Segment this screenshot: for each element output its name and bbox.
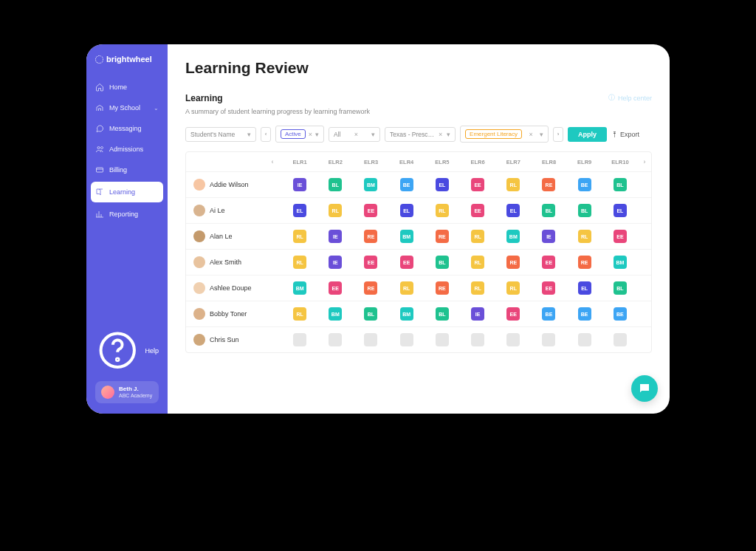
level-cell[interactable]: BL	[353, 301, 388, 326]
scroll-right[interactable]: ›	[638, 158, 651, 165]
level-cell[interactable]	[425, 327, 460, 352]
export-button[interactable]: ⭱ Export	[611, 131, 639, 138]
filter-next[interactable]: ›	[553, 127, 563, 142]
level-cell[interactable]: BM	[602, 250, 638, 275]
level-cell[interactable]: EE	[531, 250, 566, 275]
nav-admissions[interactable]: Admissions	[86, 139, 168, 160]
level-cell[interactable]: EE	[602, 224, 638, 249]
filter-prev[interactable]: ‹	[261, 127, 271, 142]
level-cell[interactable]	[389, 327, 425, 352]
column-header[interactable]: ELR1	[282, 153, 317, 171]
level-cell[interactable]: EE	[353, 198, 388, 223]
level-cell[interactable]: IE	[460, 301, 495, 326]
level-cell[interactable]: RL	[495, 172, 531, 197]
nav-reporting[interactable]: Reporting	[86, 204, 168, 225]
level-cell[interactable]: IE	[317, 250, 353, 275]
level-cell[interactable]: BL	[531, 198, 566, 223]
level-cell[interactable]: BE	[567, 172, 602, 197]
filter-framework[interactable]: Texas - Presc… × ▾	[385, 127, 456, 142]
column-header[interactable]: ELR8	[531, 153, 566, 171]
level-cell[interactable]: BL	[602, 172, 638, 197]
level-cell[interactable]: RL	[460, 224, 495, 249]
level-cell[interactable]: BM	[353, 172, 388, 197]
nav-help[interactable]: Help	[95, 328, 159, 374]
level-cell[interactable]: RL	[567, 224, 602, 249]
clear-icon[interactable]: ×	[439, 131, 442, 138]
student-cell[interactable]: Bobby Toner	[186, 302, 282, 326]
level-cell[interactable]: EL	[567, 276, 602, 301]
student-cell[interactable]: Alan Le	[186, 225, 282, 248]
help-center-link[interactable]: ⓘ Help center	[608, 93, 652, 103]
level-cell[interactable]: EL	[282, 198, 317, 223]
level-cell[interactable]: BL	[317, 172, 353, 197]
level-cell[interactable]: RE	[353, 224, 388, 249]
clear-icon[interactable]: ×	[354, 131, 358, 138]
level-cell[interactable]: RE	[425, 224, 460, 249]
level-cell[interactable]: EL	[602, 198, 638, 223]
level-cell[interactable]: EE	[460, 172, 495, 197]
level-cell[interactable]: EL	[425, 172, 460, 197]
column-header[interactable]: ELR6	[460, 153, 495, 171]
filter-domain[interactable]: Emergent Literacy × ▾	[460, 126, 549, 143]
level-cell[interactable]: BL	[425, 250, 460, 275]
level-cell[interactable]: IE	[317, 224, 353, 249]
level-cell[interactable]: EE	[460, 198, 495, 223]
level-cell[interactable]: RE	[425, 276, 460, 301]
level-cell[interactable]	[602, 327, 638, 352]
level-cell[interactable]: BM	[389, 224, 425, 249]
level-cell[interactable]: BE	[531, 301, 566, 326]
column-header[interactable]: ELR3	[353, 153, 388, 171]
level-cell[interactable]	[317, 327, 353, 352]
level-cell[interactable]: BM	[495, 224, 531, 249]
chat-fab[interactable]	[631, 375, 658, 402]
level-cell[interactable]: RE	[567, 250, 602, 275]
column-header[interactable]: ELR9	[567, 153, 602, 171]
nav-home[interactable]: Home	[86, 77, 168, 97]
level-cell[interactable]: EE	[531, 276, 566, 301]
level-cell[interactable]: EE	[495, 301, 531, 326]
student-cell[interactable]: Ai Le	[186, 199, 282, 222]
filter-scope[interactable]: All × ▾	[329, 127, 380, 142]
level-cell[interactable]	[531, 327, 566, 352]
clear-icon[interactable]: ×	[529, 131, 532, 138]
level-cell[interactable]: BM	[317, 301, 353, 326]
level-cell[interactable]: RL	[425, 198, 460, 223]
scroll-left[interactable]: ‹	[266, 158, 279, 165]
column-header[interactable]: ELR10	[602, 153, 638, 171]
student-cell[interactable]: Alex Smith	[186, 250, 282, 274]
level-cell[interactable]	[460, 327, 495, 352]
filter-status[interactable]: Active × ▾	[275, 126, 324, 143]
level-cell[interactable]: RL	[317, 198, 353, 223]
level-cell[interactable]: BM	[282, 276, 317, 301]
level-cell[interactable]: RL	[495, 276, 531, 301]
nav-messaging[interactable]: Messaging	[86, 118, 168, 139]
level-cell[interactable]: BL	[425, 301, 460, 326]
level-cell[interactable]: IE	[282, 172, 317, 197]
level-cell[interactable]	[567, 327, 602, 352]
level-cell[interactable]	[353, 327, 388, 352]
column-header[interactable]: ELR5	[425, 153, 460, 171]
level-cell[interactable]: BE	[389, 172, 425, 197]
level-cell[interactable]: BM	[389, 301, 425, 326]
nav-my-school[interactable]: My School ⌄	[86, 97, 168, 118]
column-header[interactable]: ELR7	[495, 153, 531, 171]
level-cell[interactable]: BL	[602, 276, 638, 301]
level-cell[interactable]: RL	[460, 276, 495, 301]
level-cell[interactable]: RE	[353, 276, 388, 301]
level-cell[interactable]: RL	[460, 250, 495, 275]
nav-billing[interactable]: Billing	[86, 160, 168, 180]
column-header[interactable]: ELR4	[389, 153, 425, 171]
nav-learning[interactable]: Learning	[91, 182, 163, 202]
level-cell[interactable]: BE	[567, 301, 602, 326]
level-cell[interactable]: RE	[531, 172, 566, 197]
level-cell[interactable]: BL	[567, 198, 602, 223]
level-cell[interactable]: EL	[495, 198, 531, 223]
level-cell[interactable]	[282, 327, 317, 352]
student-cell[interactable]: Addie Wilson	[186, 173, 282, 196]
level-cell[interactable]: BE	[602, 301, 638, 326]
filter-student[interactable]: Student's Name ▾	[185, 127, 256, 142]
apply-button[interactable]: Apply	[568, 127, 607, 142]
level-cell[interactable]: RL	[282, 250, 317, 275]
clear-icon[interactable]: ×	[309, 131, 312, 138]
column-header[interactable]: ELR2	[317, 153, 353, 171]
